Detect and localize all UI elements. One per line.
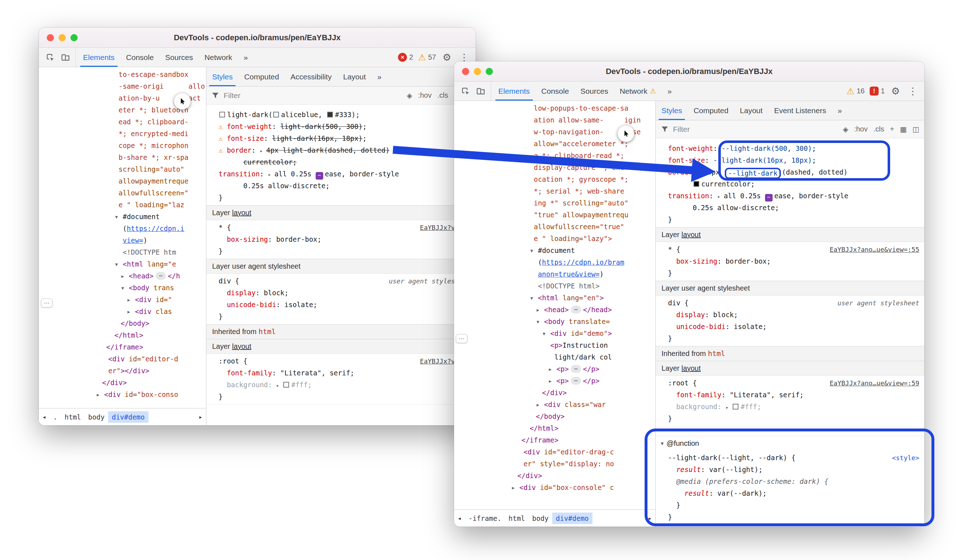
dom-tree-row[interactable]: </div> <box>39 377 206 389</box>
tab-computed[interactable]: Computed <box>688 101 734 120</box>
dom-tree-row[interactable]: </div> <box>454 470 656 482</box>
tab-event-listeners[interactable]: Event Listeners <box>768 101 832 120</box>
layer-link[interactable]: layout <box>232 207 251 219</box>
stylesheet-source-link[interactable]: <style> <box>892 452 919 464</box>
dom-tree-row[interactable]: <!DOCTYPE html> <box>454 280 656 292</box>
stylesheet-source-link[interactable]: EaYBJJx?ano…ue&view=:59 <box>830 377 919 389</box>
breadcrumb-body[interactable]: body <box>84 411 108 423</box>
dom-tree-row[interactable]: ▸ <div id="box-console" c <box>454 482 656 494</box>
settings-gear-icon[interactable]: ⚙ <box>440 52 453 63</box>
dom-tree-row[interactable]: ▾ #document <box>454 245 656 257</box>
style-toggle-hov[interactable]: :hov <box>854 125 868 133</box>
style-declaration-row[interactable]: } <box>656 332 924 344</box>
tab--[interactable]: » <box>238 48 254 67</box>
style-declaration-row[interactable]: light-dark(aliceblue, #333); <box>206 109 476 121</box>
breadcrumb-div#demo[interactable]: div#demo <box>108 411 148 423</box>
minimize-button[interactable] <box>474 68 481 75</box>
inspect-element-icon[interactable] <box>43 50 58 65</box>
style-declaration-row[interactable]: * {EaYBJJx?view= <box>206 222 476 234</box>
dom-tree-row[interactable]: </div> <box>454 387 656 399</box>
style-declaration-row[interactable]: unicode-bidi: isolate; <box>656 321 924 332</box>
dom-tree-row[interactable]: </iframe> <box>39 341 206 353</box>
dom-tree-row[interactable]: ▸ <div clas <box>39 306 206 318</box>
style-declaration-row[interactable]: ⚠ font-size: light-dark(16px, 18px); <box>206 133 476 144</box>
dom-tree-row[interactable]: er"></div> <box>39 365 206 377</box>
style-declaration-row[interactable]: } <box>206 391 476 403</box>
at-function-section-header[interactable]: ▾@function <box>656 436 924 450</box>
device-toolbar-icon[interactable] <box>473 84 488 98</box>
stylesheet-source-link[interactable]: EaYBJJx?ano…ue&view=:55 <box>830 244 919 255</box>
dom-tree-row[interactable]: ▾ <div id="demo"> <box>454 327 656 339</box>
tab-layout[interactable]: Layout <box>337 67 371 86</box>
style-declaration-row[interactable]: box-sizing: border-box; <box>656 255 924 267</box>
style-declaration-row[interactable]: :root {EaYBJJx?ano…ue&view=:59 <box>656 377 924 389</box>
dom-tree-row[interactable]: </html> <box>39 329 206 341</box>
dom-tree-row[interactable]: </body> <box>454 411 656 422</box>
style-declaration-row[interactable]: currentcolor; <box>206 156 476 168</box>
tab-computed[interactable]: Computed <box>238 67 285 86</box>
dom-tree-row[interactable]: allowfullscreen=" <box>39 187 206 199</box>
style-toggle-[interactable]: ◫ <box>912 125 919 134</box>
style-declaration-row[interactable]: font-family: "Literata", serif; <box>656 389 924 401</box>
style-declaration-row[interactable]: currentcolor; <box>656 178 924 190</box>
dom-tree-row[interactable]: </html> <box>454 422 656 434</box>
style-declaration-row[interactable]: background: ▸ #fff; <box>656 401 924 413</box>
warning-badge[interactable]: ⚠57 <box>418 53 436 62</box>
style-declaration-row[interactable]: background: ▸ #fff; <box>206 379 476 391</box>
breadcrumb-div#demo[interactable]: div#demo <box>552 513 593 524</box>
style-declaration-row[interactable]: @media (prefers-color-scheme: dark) { <box>656 476 924 488</box>
dom-tree-row[interactable]: e " loading="lazy"> <box>454 233 656 245</box>
kebab-menu-icon[interactable]: ⋮ <box>906 85 919 97</box>
style-declaration-row[interactable]: } <box>206 192 476 204</box>
dom-tree-row[interactable]: </body> <box>39 318 206 329</box>
dom-tree-row[interactable]: <p>Instruction <box>454 339 656 351</box>
show-more-button[interactable]: ⋯ <box>41 298 53 308</box>
dom-tree-row[interactable]: e " loading="laz <box>39 199 206 211</box>
close-button[interactable] <box>462 68 469 75</box>
style-toggle-hov[interactable]: :hov <box>418 91 432 100</box>
dom-tree-row[interactable]: scrolling="auto" <box>39 164 206 175</box>
dom-tree-row[interactable]: ▾ <html lang="en"> <box>454 292 656 304</box>
style-toggle-cls[interactable]: .cls <box>437 91 448 100</box>
dom-tree-row[interactable]: ead *; clipboard- <box>39 116 206 128</box>
tab--[interactable]: » <box>372 67 388 86</box>
breadcrumb-html[interactable]: html <box>505 513 529 524</box>
dom-tree-row[interactable]: (https://cdpn.io/bram <box>454 257 656 269</box>
crumbs-scroll-left-icon[interactable]: ◂ <box>39 413 49 421</box>
style-toggle-cls[interactable]: .cls <box>874 125 884 133</box>
dom-tree-row[interactable]: </iframe> <box>454 434 656 446</box>
zoom-button[interactable] <box>71 34 78 41</box>
style-declaration-row[interactable]: unicode-bidi: isolate; <box>206 299 476 311</box>
style-declaration-row[interactable]: display: block; <box>206 287 476 299</box>
style-declaration-row[interactable]: font-size: --light-dark(16px, 18px); <box>656 154 924 166</box>
layer-link[interactable]: layout <box>232 341 251 352</box>
tab-elements[interactable]: Elements <box>493 82 536 101</box>
style-declaration-row[interactable]: --light-dark(--light, --dark) {<style> <box>656 452 924 464</box>
tab-sources[interactable]: Sources <box>159 48 199 67</box>
style-declaration-row[interactable]: box-sizing: border-box; <box>206 234 476 246</box>
tab-console[interactable]: Console <box>536 82 575 101</box>
tab-accessibility[interactable]: Accessibility <box>285 67 337 86</box>
style-declaration-row[interactable]: ⚠ border: ▸ 4px light-dark(dashed, dotte… <box>206 144 476 156</box>
style-declaration-row[interactable]: result: var(--light); <box>656 464 924 476</box>
dom-tree-row[interactable]: light/dark col <box>454 351 656 363</box>
dom-tree-row[interactable]: allowfullscreen="true" <box>454 221 656 233</box>
dom-tree-row[interactable]: ▸ <p>⋯</p> <box>454 363 656 375</box>
dom-tree-row[interactable]: <!DOCTYPE htm <box>39 246 206 258</box>
dom-tree-row[interactable]: ation allow-same- igin <box>454 114 656 126</box>
error-badge[interactable]: ×2 <box>398 53 413 62</box>
breadcrumb-html[interactable]: html <box>61 411 84 423</box>
dom-tree-row[interactable]: ▾ <body trans <box>39 282 206 294</box>
style-declaration-row[interactable]: font-family: "Literata", serif; <box>206 367 476 379</box>
titlebar[interactable]: DevTools - codepen.io/bramus/pen/EaYBJJx <box>39 28 476 48</box>
styles-filter-input[interactable]: Filter <box>223 91 240 100</box>
tab-console[interactable]: Console <box>120 48 159 67</box>
style-toggle-[interactable]: + <box>890 125 894 133</box>
style-toggle-[interactable]: ◈ <box>843 125 848 134</box>
tab-network[interactable]: Network <box>199 48 238 67</box>
breadcrumb-body[interactable]: body <box>529 513 552 524</box>
tab-network[interactable]: Network⚠ <box>614 82 662 101</box>
dom-tree-row[interactable]: ing *" scrolling="auto" <box>454 197 656 209</box>
style-declaration-row[interactable]: 0.25s allow-discrete; <box>206 180 476 192</box>
zoom-button[interactable] <box>486 68 493 75</box>
